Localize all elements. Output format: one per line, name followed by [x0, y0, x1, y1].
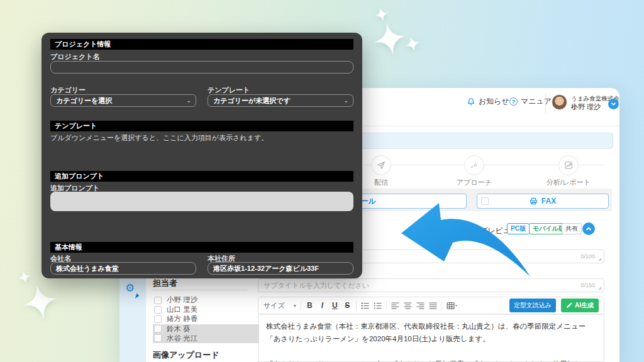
- bold-button[interactable]: B: [306, 301, 314, 310]
- member-checkbox[interactable]: [154, 325, 162, 332]
- chevron-down-icon: ⌄: [343, 95, 348, 106]
- align-justify-button[interactable]: [429, 302, 437, 310]
- account-menu-button[interactable]: [608, 99, 619, 109]
- question-icon: ?: [509, 97, 518, 106]
- underline-button[interactable]: U: [331, 301, 339, 310]
- template-hint-text: プルダウンメニューを選択すると、ここに入力項目が表示されます。: [50, 133, 268, 143]
- member-checkbox[interactable]: [154, 306, 162, 314]
- category-label: カテゴリー: [50, 85, 86, 95]
- share-button[interactable]: 共有: [562, 223, 582, 234]
- body-paragraph: 「あさりたっぷりラーメン」は、旬の「あさり」と愛知県産の「あおさ」をふんだんに使…: [266, 358, 596, 362]
- address-input[interactable]: 港区赤坂1-12-32アーク森ビル33F: [208, 262, 353, 275]
- editor-body[interactable]: 株式会社うまみ食堂（本社：東京都港区、代表取締役社長：丸山貴之）は、春の季節限定…: [258, 314, 604, 362]
- section-header-prompt: 追加プロンプト: [50, 171, 353, 182]
- step-approach[interactable]: [464, 155, 484, 175]
- chevron-down-icon: ▾: [294, 303, 296, 309]
- resize-grip-icon: [598, 258, 601, 261]
- company-name-input[interactable]: 株式会社うまみ食堂: [50, 262, 196, 275]
- bullet-list-button[interactable]: [374, 302, 382, 310]
- upload-section-label: 画像アップロード: [153, 349, 219, 361]
- sparkle-icon: [403, 35, 422, 53]
- notifications-label: お知らせ: [479, 96, 509, 107]
- divider: [441, 301, 442, 310]
- editor-toolbar: サイズ ▾ B I U S 定型文読込み AI生成: [258, 297, 604, 314]
- member-name: 緒方 静香: [167, 314, 197, 324]
- table-button[interactable]: [447, 302, 457, 310]
- align-right-button[interactable]: [416, 302, 425, 310]
- section-header-basic-info: 基本情報: [50, 242, 353, 253]
- sparkle-icon: [19, 281, 61, 322]
- load-template-button[interactable]: 定型文読込み: [509, 299, 556, 312]
- list-item[interactable]: 鈴木 葵: [153, 324, 259, 334]
- member-checkbox[interactable]: [154, 334, 162, 342]
- divider: [153, 290, 247, 290]
- template-label: テンプレート: [208, 85, 250, 95]
- member-name: 山口 里美: [167, 305, 197, 314]
- account-username: 小野 理沙: [571, 102, 601, 112]
- title-counter: 0/100: [580, 253, 595, 260]
- divider: [386, 301, 387, 310]
- member-checkbox[interactable]: [154, 297, 162, 304]
- divider: [545, 93, 546, 113]
- tab-fax-label: FAX: [541, 197, 556, 206]
- collapse-button[interactable]: [582, 222, 595, 235]
- step-approach-label: アプローチ: [436, 178, 512, 187]
- list-item[interactable]: 緒方 静香: [153, 314, 259, 324]
- list-item[interactable]: 水谷 光江: [153, 334, 259, 343]
- bell-icon: [467, 97, 475, 106]
- member-checkbox[interactable]: [154, 315, 162, 323]
- font-size-label: サイズ: [264, 301, 285, 310]
- member-name: 鈴木 葵: [167, 324, 191, 334]
- gear-icon[interactable]: ⚙: [125, 283, 135, 293]
- subtitle-counter: 0/150: [580, 282, 595, 288]
- section-header-template: テンプレート: [50, 121, 353, 131]
- align-left-button[interactable]: [391, 302, 399, 310]
- italic-button[interactable]: I: [318, 301, 326, 310]
- align-center-button[interactable]: [404, 302, 412, 310]
- project-name-input[interactable]: [50, 61, 353, 74]
- step-delivery[interactable]: [371, 155, 391, 175]
- section-header-project-info: プロジェクト情報: [50, 39, 353, 50]
- project-settings-panel: プロジェクト情報 プロジェクト名 カテゴリー テンプレート カテゴリーを選択 ⌄…: [42, 33, 362, 278]
- divider: [356, 301, 357, 310]
- chart-icon: [564, 161, 573, 170]
- chevron-down-icon: ⌄: [186, 95, 191, 106]
- ordered-list-button[interactable]: [361, 302, 369, 310]
- avatar[interactable]: [552, 94, 567, 110]
- step-report[interactable]: [558, 155, 579, 175]
- chevron-up-icon: [586, 226, 592, 232]
- ai-generate-button[interactable]: AI生成: [561, 299, 599, 312]
- divider: [301, 301, 301, 310]
- sound-wave-icon: [470, 161, 479, 170]
- arrow-left-icon: [395, 199, 536, 282]
- list-item[interactable]: 山口 里美: [153, 305, 259, 314]
- step-report-label: 分析/レポート: [531, 178, 606, 187]
- member-list: 小野 理沙 山口 里美 緒方 静香 鈴木 葵 水谷 光江: [153, 295, 259, 343]
- notifications-button[interactable]: お知らせ: [467, 96, 509, 107]
- member-name: 小野 理沙: [167, 295, 197, 305]
- sparkle-icon: [374, 6, 391, 23]
- category-select-value: カテゴリーを選択: [56, 97, 112, 104]
- template-select-value: カテゴリーが未選択です: [213, 97, 291, 104]
- chevron-down-icon: [611, 101, 616, 107]
- project-name-label: プロジェクト名: [50, 52, 100, 62]
- member-name: 水谷 光江: [167, 334, 197, 343]
- prompt-textarea[interactable]: [50, 192, 353, 211]
- body-paragraph: 株式会社うまみ食堂（本社：東京都港区、代表取締役社長：丸山貴之）は、春の季節限定…: [266, 320, 596, 346]
- ai-generate-label: AI生成: [575, 301, 594, 310]
- send-icon: [377, 161, 386, 170]
- font-size-select[interactable]: サイズ ▾: [264, 301, 296, 310]
- resize-grip-icon: [598, 287, 601, 290]
- list-item[interactable]: 小野 理沙: [153, 295, 259, 305]
- template-select[interactable]: カテゴリーが未選択です ⌄: [208, 94, 353, 107]
- pencil-icon: [566, 302, 572, 309]
- category-select[interactable]: カテゴリーを選択 ⌄: [50, 94, 196, 107]
- strikethrough-button[interactable]: S: [343, 301, 352, 310]
- owner-section-label: 担当者: [153, 278, 177, 289]
- sparkle-icon: [16, 269, 33, 286]
